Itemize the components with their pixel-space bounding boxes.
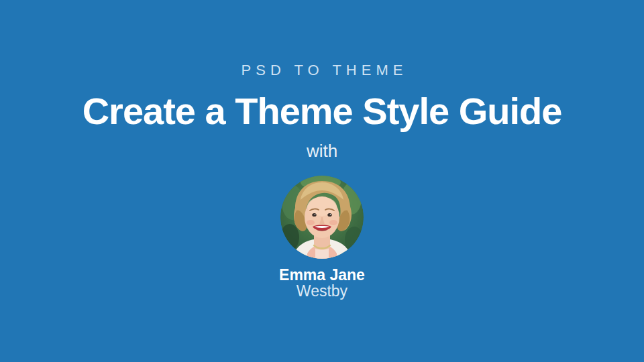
instructor-name: Emma Jane Westby xyxy=(279,267,365,299)
instructor-first-name: Emma Jane xyxy=(279,267,365,283)
instructor-avatar-photo xyxy=(280,176,364,259)
course-title-slide: PSD TO THEME Create a Theme Style Guide … xyxy=(0,0,644,362)
instructor-last-name: Westby xyxy=(279,283,365,299)
with-label: with xyxy=(307,141,337,161)
course-series-eyebrow: PSD TO THEME xyxy=(237,62,408,79)
course-title: Create a Theme Style Guide xyxy=(83,91,562,131)
